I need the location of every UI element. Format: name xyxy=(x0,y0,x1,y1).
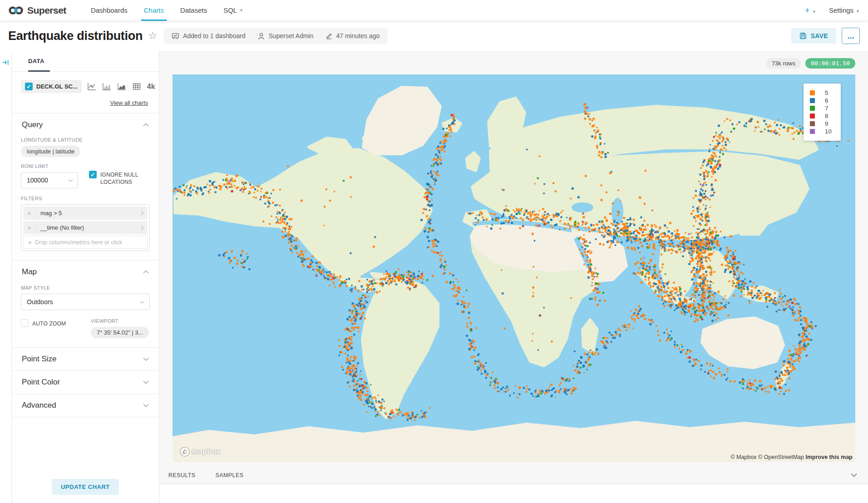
row-limit-label: ROW LIMIT xyxy=(21,163,78,169)
query-timer-badge: 00:00:01.50 xyxy=(805,58,855,69)
legend-swatch xyxy=(810,113,815,118)
view-all-charts-link[interactable]: View all charts xyxy=(110,99,148,106)
user-icon xyxy=(257,32,265,40)
point-color-section-header[interactable]: Point Color xyxy=(21,371,150,394)
last-modified-meta[interactable]: 47 minutes ago xyxy=(326,32,380,39)
caret-down-icon: ▼ xyxy=(239,8,243,13)
big-number-icon[interactable]: 4k xyxy=(147,83,155,91)
drop-columns-zone[interactable]: + Drop columns/metrics here or click xyxy=(23,236,148,249)
expand-panel-icon[interactable] xyxy=(2,59,9,66)
query-section-header[interactable]: Query xyxy=(21,113,150,136)
earthquake-points-layer xyxy=(173,74,855,462)
collapse-results-icon[interactable] xyxy=(851,473,857,477)
nav-item-sql[interactable]: SQL▼ xyxy=(215,0,252,21)
chevron-up-icon xyxy=(143,123,149,127)
filter-item[interactable]: × __time (No filter) xyxy=(23,221,148,234)
bar-chart-icon[interactable] xyxy=(103,83,111,90)
row-limit-select[interactable]: 100000 xyxy=(21,172,78,188)
lonlat-label: LONGITUDE & LATITUDE xyxy=(21,137,150,143)
line-chart-icon[interactable] xyxy=(88,83,96,90)
dashboards-meta[interactable]: Added to 1 dashboard xyxy=(172,32,246,40)
chevron-down-icon xyxy=(140,301,145,304)
viewport-label: VIEWPORT xyxy=(91,318,149,324)
page-title: Earthquake distribution xyxy=(8,29,143,43)
legend-swatch xyxy=(810,106,815,111)
viz-type-checkbox: ✓ xyxy=(25,83,33,90)
dashboard-icon xyxy=(172,32,179,40)
chevron-up-icon xyxy=(143,270,149,274)
attribution-mapbox-link[interactable]: © Mapbox xyxy=(730,454,756,460)
chart-header: Earthquake distribution ☆ Added to 1 das… xyxy=(0,21,868,51)
map-attribution: © Mapbox © OpenStreetMap Improve this ma… xyxy=(730,454,853,460)
table-icon[interactable] xyxy=(133,83,141,90)
map-style-label: MAP STYLE xyxy=(21,285,150,291)
improve-map-link[interactable]: Improve this map xyxy=(806,454,853,460)
pencil-icon xyxy=(326,32,333,39)
more-actions-button[interactable]: ... xyxy=(842,28,860,44)
new-item-button[interactable]: +▼ xyxy=(805,5,816,15)
save-icon xyxy=(799,32,807,39)
legend-swatch xyxy=(810,98,815,103)
remove-filter-icon[interactable]: × xyxy=(23,224,36,232)
legend-swatch xyxy=(810,129,815,134)
tab-data[interactable]: DATA xyxy=(28,51,58,71)
chevron-down-icon xyxy=(143,357,149,361)
chevron-right-icon xyxy=(141,225,148,230)
chevron-down-icon xyxy=(143,380,149,384)
data-panel: DATA ✓ DECK.GL SC... xyxy=(12,51,159,503)
map-section-header[interactable]: Map xyxy=(21,261,150,283)
lonlat-value-pill[interactable]: longitude | latitude xyxy=(21,146,80,157)
filters-label: FILTERS xyxy=(21,196,150,201)
infinity-logo-icon xyxy=(8,5,24,15)
update-chart-button[interactable]: UPDATE CHART xyxy=(52,479,119,495)
nav-item-dashboards[interactable]: Dashboards xyxy=(83,0,136,21)
nav-item-datasets[interactable]: Datasets xyxy=(172,0,215,21)
caret-down-icon: ▼ xyxy=(812,10,816,14)
caret-down-icon: ▼ xyxy=(856,9,860,14)
save-button[interactable]: SAVE xyxy=(791,28,836,44)
settings-menu[interactable]: Settings▼ xyxy=(829,6,860,14)
top-nav: Superset Dashboards Charts Datasets SQL▼… xyxy=(0,0,868,21)
nav-item-charts[interactable]: Charts xyxy=(136,0,172,21)
mapbox-icon xyxy=(180,447,190,457)
row-count-badge: 73k rows xyxy=(766,58,801,69)
attribution-osm-link[interactable]: © OpenStreetMap xyxy=(758,454,804,460)
mapbox-logo[interactable]: mapbox xyxy=(180,447,221,457)
map-canvas[interactable]: 5 6 7 8 9 10 mapbox © Mapbox © OpenStree… xyxy=(173,74,855,462)
owner-meta[interactable]: Superset Admin xyxy=(257,32,314,40)
legend-swatch xyxy=(810,121,815,126)
viz-type-selected[interactable]: ✓ DECK.GL SC... xyxy=(21,80,82,93)
chart-metadata: Added to 1 dashboard Superset Admin 47 m… xyxy=(163,28,388,44)
favorite-star-icon[interactable]: ☆ xyxy=(148,30,157,42)
brand-name: Superset xyxy=(27,5,66,16)
area-chart-icon[interactable] xyxy=(118,83,126,90)
ignore-null-checkbox[interactable]: ✓ xyxy=(89,171,97,178)
map-style-select[interactable]: Outdoors xyxy=(21,294,150,310)
superset-logo[interactable]: Superset xyxy=(8,5,66,16)
tab-samples[interactable]: SAMPLES xyxy=(216,472,244,478)
viewport-value-pill[interactable]: 7° 35' 54.02" | 3... xyxy=(91,327,149,338)
plus-icon: + xyxy=(28,239,32,246)
tab-results[interactable]: RESULTS xyxy=(168,472,196,478)
chevron-down-icon xyxy=(68,179,73,182)
ignore-null-label: IGNORE NULL LOCATIONS xyxy=(100,171,143,186)
results-panel xyxy=(159,484,868,503)
filters-control: × mag > 5 × __time (No filter) + Drop co… xyxy=(21,204,150,251)
auto-zoom-label: AUTO ZOOM xyxy=(32,319,66,327)
remove-filter-icon[interactable]: × xyxy=(23,210,36,217)
collapse-panel-strip xyxy=(0,51,12,503)
results-tabbar: RESULTS SAMPLES xyxy=(159,466,868,484)
chevron-down-icon xyxy=(143,404,149,407)
legend-swatch xyxy=(810,90,815,95)
filter-item[interactable]: × mag > 5 xyxy=(23,207,148,220)
advanced-section-header[interactable]: Advanced xyxy=(21,394,150,417)
point-size-section-header[interactable]: Point Size xyxy=(21,348,150,370)
auto-zoom-checkbox[interactable] xyxy=(21,319,29,327)
chevron-right-icon xyxy=(141,211,148,216)
map-legend: 5 6 7 8 9 10 xyxy=(804,84,841,141)
